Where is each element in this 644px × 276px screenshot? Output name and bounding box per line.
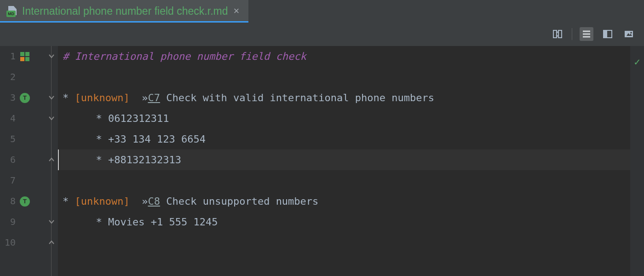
fold-marker-icon[interactable] [48, 239, 55, 246]
test-badge-icon[interactable]: T [18, 196, 31, 207]
toolbar-divider [572, 28, 572, 40]
line-number: 9 [0, 212, 18, 232]
editor-toolbar [0, 22, 644, 46]
line-number: 6 [0, 150, 18, 170]
run-block-icon[interactable] [18, 52, 31, 61]
fold-marker-icon[interactable] [48, 156, 55, 163]
fold-column [46, 46, 58, 276]
fold-marker-icon[interactable] [48, 94, 55, 101]
svg-rect-6 [604, 30, 607, 38]
gutter: 1 2 3 T 4 5 6 7 8 T 9 10 [0, 46, 46, 276]
line-number: 4 [0, 108, 18, 129]
svg-rect-1 [558, 30, 562, 38]
file-tab[interactable]: MD International phone number field chec… [0, 0, 248, 22]
code-line[interactable]: * 0612312311 [60, 108, 630, 129]
tab-row: MD International phone number field chec… [0, 0, 644, 22]
tab-title: International phone number field check.r… [22, 6, 228, 17]
analysis-ok-icon[interactable]: ✓ [634, 52, 640, 72]
code-line[interactable]: * [unknown] »C8 Check unsupported number… [60, 191, 630, 212]
line-number: 7 [0, 170, 18, 191]
line-number: 2 [0, 67, 18, 87]
svg-point-9 [630, 32, 632, 34]
editor-only-button[interactable] [580, 27, 593, 41]
code-line[interactable]: * [unknown] »C7 Check with valid interna… [60, 87, 630, 108]
code-line[interactable] [60, 170, 630, 191]
markdown-file-icon: MD [7, 6, 17, 16]
editor: 1 2 3 T 4 5 6 7 8 T 9 10 # Interna [0, 46, 644, 276]
code-line[interactable] [60, 67, 630, 87]
code-line[interactable]: * Movies +1 555 1245 [60, 212, 630, 232]
editor-and-preview-button[interactable] [601, 27, 615, 41]
code-line[interactable]: * +33 134 123 6654 [60, 129, 630, 150]
fold-marker-icon[interactable] [48, 218, 55, 225]
scroll-sync-button[interactable] [551, 27, 564, 41]
code-line[interactable]: # International phone number field check [60, 46, 630, 67]
code-area[interactable]: # International phone number field check… [58, 46, 630, 276]
line-number: 10 [0, 232, 18, 253]
line-number: 8 [0, 191, 18, 212]
line-number: 3 [0, 87, 18, 108]
fold-marker-icon[interactable] [48, 52, 55, 60]
line-number: 1 [0, 46, 18, 67]
status-column: ✓ [630, 46, 644, 276]
close-tab-icon[interactable]: × [233, 5, 241, 17]
code-line[interactable]: * +88132132313 [60, 150, 630, 170]
preview-only-button[interactable] [622, 27, 636, 41]
fold-marker-icon[interactable] [48, 115, 55, 122]
line-number: 5 [0, 129, 18, 150]
code-line[interactable] [60, 232, 630, 253]
svg-rect-0 [553, 30, 557, 38]
test-badge-icon[interactable]: T [18, 93, 31, 103]
